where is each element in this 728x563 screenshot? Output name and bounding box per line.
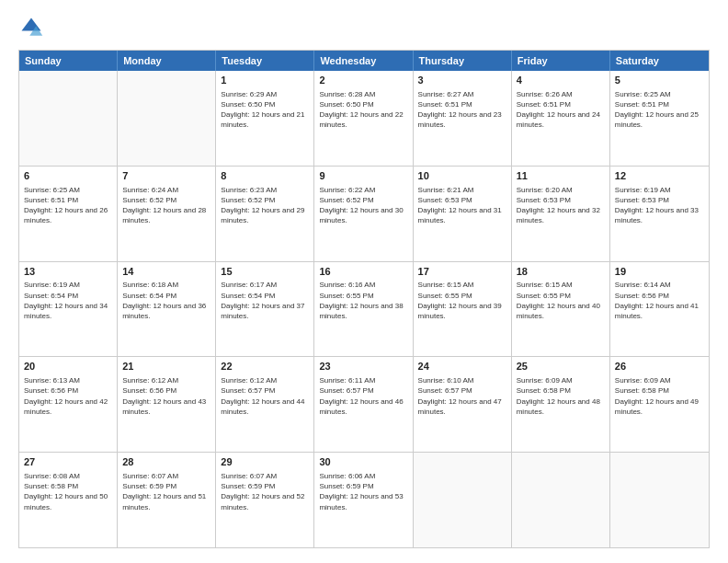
cell-info: Sunrise: 6:15 AM Sunset: 6:55 PM Dayligh… <box>517 280 605 321</box>
header-day-wednesday: Wednesday <box>314 51 413 71</box>
week-row-0: 1Sunrise: 6:29 AM Sunset: 6:50 PM Daylig… <box>19 71 709 166</box>
day-number: 20 <box>24 360 112 373</box>
day-number: 15 <box>221 265 309 279</box>
header-day-monday: Monday <box>118 51 216 71</box>
cell-info: Sunrise: 6:09 AM Sunset: 6:58 PM Dayligh… <box>517 375 605 417</box>
day-number: 14 <box>122 265 210 279</box>
day-number: 13 <box>24 265 112 279</box>
header-day-sunday: Sunday <box>19 51 118 71</box>
cal-cell: 24Sunrise: 6:10 AM Sunset: 6:57 PM Dayli… <box>414 357 512 452</box>
cal-cell <box>414 453 512 547</box>
cell-info: Sunrise: 6:18 AM Sunset: 6:54 PM Dayligh… <box>122 280 210 321</box>
day-number: 19 <box>615 265 704 279</box>
day-number: 12 <box>615 169 704 183</box>
cal-cell: 27Sunrise: 6:08 AM Sunset: 6:58 PM Dayli… <box>19 453 118 547</box>
cal-cell: 16Sunrise: 6:16 AM Sunset: 6:55 PM Dayli… <box>314 262 413 357</box>
cal-cell: 11Sunrise: 6:20 AM Sunset: 6:53 PM Dayli… <box>512 167 610 261</box>
cal-cell: 5Sunrise: 6:25 AM Sunset: 6:51 PM Daylig… <box>610 71 709 166</box>
day-number: 23 <box>319 360 407 373</box>
cal-cell: 26Sunrise: 6:09 AM Sunset: 6:58 PM Dayli… <box>610 357 709 452</box>
cal-cell: 1Sunrise: 6:29 AM Sunset: 6:50 PM Daylig… <box>216 71 314 166</box>
page: SundayMondayTuesdayWednesdayThursdayFrid… <box>0 0 728 563</box>
day-number: 26 <box>615 360 704 373</box>
day-number: 10 <box>418 169 506 183</box>
day-number: 27 <box>24 455 112 469</box>
cal-cell: 21Sunrise: 6:12 AM Sunset: 6:56 PM Dayli… <box>118 357 216 452</box>
cell-info: Sunrise: 6:25 AM Sunset: 6:51 PM Dayligh… <box>615 89 704 131</box>
week-row-2: 13Sunrise: 6:19 AM Sunset: 6:54 PM Dayli… <box>19 261 709 357</box>
calendar-body: 1Sunrise: 6:29 AM Sunset: 6:50 PM Daylig… <box>19 71 709 547</box>
cal-cell: 14Sunrise: 6:18 AM Sunset: 6:54 PM Dayli… <box>118 262 216 357</box>
cell-info: Sunrise: 6:19 AM Sunset: 6:53 PM Dayligh… <box>615 185 704 226</box>
day-number: 25 <box>517 360 605 373</box>
day-number: 2 <box>319 74 407 87</box>
cal-cell: 13Sunrise: 6:19 AM Sunset: 6:54 PM Dayli… <box>19 262 118 357</box>
day-number: 8 <box>221 169 309 183</box>
day-number: 22 <box>221 360 309 373</box>
cal-cell: 23Sunrise: 6:11 AM Sunset: 6:57 PM Dayli… <box>314 357 413 452</box>
cell-info: Sunrise: 6:23 AM Sunset: 6:52 PM Dayligh… <box>221 185 309 226</box>
day-number: 29 <box>221 455 309 469</box>
cal-cell <box>610 453 709 547</box>
day-number: 28 <box>122 455 210 469</box>
cal-cell <box>19 71 118 166</box>
cal-cell: 7Sunrise: 6:24 AM Sunset: 6:52 PM Daylig… <box>118 167 216 261</box>
cell-info: Sunrise: 6:15 AM Sunset: 6:55 PM Dayligh… <box>418 280 506 321</box>
day-number: 1 <box>221 74 309 87</box>
cell-info: Sunrise: 6:14 AM Sunset: 6:56 PM Dayligh… <box>615 280 704 321</box>
cell-info: Sunrise: 6:26 AM Sunset: 6:51 PM Dayligh… <box>517 89 605 131</box>
cell-info: Sunrise: 6:17 AM Sunset: 6:54 PM Dayligh… <box>221 280 309 321</box>
cell-info: Sunrise: 6:20 AM Sunset: 6:53 PM Dayligh… <box>517 185 605 226</box>
header-day-friday: Friday <box>512 51 610 71</box>
cal-cell: 18Sunrise: 6:15 AM Sunset: 6:55 PM Dayli… <box>512 262 610 357</box>
cell-info: Sunrise: 6:11 AM Sunset: 6:57 PM Dayligh… <box>319 375 407 417</box>
cell-info: Sunrise: 6:24 AM Sunset: 6:52 PM Dayligh… <box>122 185 210 226</box>
header-day-saturday: Saturday <box>610 51 709 71</box>
week-row-3: 20Sunrise: 6:13 AM Sunset: 6:56 PM Dayli… <box>19 356 709 452</box>
day-number: 7 <box>122 169 210 183</box>
cal-cell: 19Sunrise: 6:14 AM Sunset: 6:56 PM Dayli… <box>610 262 709 357</box>
cal-cell: 2Sunrise: 6:28 AM Sunset: 6:50 PM Daylig… <box>314 71 413 166</box>
day-number: 3 <box>418 74 506 87</box>
cal-cell: 30Sunrise: 6:06 AM Sunset: 6:59 PM Dayli… <box>314 453 413 547</box>
cal-cell: 29Sunrise: 6:07 AM Sunset: 6:59 PM Dayli… <box>216 453 314 547</box>
header-day-thursday: Thursday <box>414 51 512 71</box>
cal-cell: 8Sunrise: 6:23 AM Sunset: 6:52 PM Daylig… <box>216 167 314 261</box>
calendar: SundayMondayTuesdayWednesdayThursdayFrid… <box>18 50 710 548</box>
cell-info: Sunrise: 6:29 AM Sunset: 6:50 PM Dayligh… <box>221 89 309 131</box>
cell-info: Sunrise: 6:19 AM Sunset: 6:54 PM Dayligh… <box>24 280 112 321</box>
cal-cell: 28Sunrise: 6:07 AM Sunset: 6:59 PM Dayli… <box>118 453 216 547</box>
cal-cell: 17Sunrise: 6:15 AM Sunset: 6:55 PM Dayli… <box>414 262 512 357</box>
cal-cell <box>118 71 216 166</box>
cal-cell <box>512 453 610 547</box>
cell-info: Sunrise: 6:07 AM Sunset: 6:59 PM Dayligh… <box>122 471 210 512</box>
cell-info: Sunrise: 6:16 AM Sunset: 6:55 PM Dayligh… <box>319 280 407 321</box>
cell-info: Sunrise: 6:12 AM Sunset: 6:57 PM Dayligh… <box>221 375 309 417</box>
cal-cell: 15Sunrise: 6:17 AM Sunset: 6:54 PM Dayli… <box>216 262 314 357</box>
cell-info: Sunrise: 6:13 AM Sunset: 6:56 PM Dayligh… <box>24 375 112 417</box>
cal-cell: 10Sunrise: 6:21 AM Sunset: 6:53 PM Dayli… <box>414 167 512 261</box>
cal-cell: 9Sunrise: 6:22 AM Sunset: 6:52 PM Daylig… <box>314 167 413 261</box>
cell-info: Sunrise: 6:27 AM Sunset: 6:51 PM Dayligh… <box>418 89 506 131</box>
cell-info: Sunrise: 6:08 AM Sunset: 6:58 PM Dayligh… <box>24 471 112 512</box>
cal-cell: 20Sunrise: 6:13 AM Sunset: 6:56 PM Dayli… <box>19 357 118 452</box>
cell-info: Sunrise: 6:09 AM Sunset: 6:58 PM Dayligh… <box>615 375 704 417</box>
day-number: 5 <box>615 74 704 87</box>
logo-icon <box>18 15 44 40</box>
cell-info: Sunrise: 6:10 AM Sunset: 6:57 PM Dayligh… <box>418 375 506 417</box>
logo <box>18 15 48 40</box>
cell-info: Sunrise: 6:12 AM Sunset: 6:56 PM Dayligh… <box>122 375 210 417</box>
header-day-tuesday: Tuesday <box>216 51 314 71</box>
cal-cell: 25Sunrise: 6:09 AM Sunset: 6:58 PM Dayli… <box>512 357 610 452</box>
day-number: 24 <box>418 360 506 373</box>
day-number: 30 <box>319 455 407 469</box>
day-number: 18 <box>517 265 605 279</box>
cal-cell: 6Sunrise: 6:25 AM Sunset: 6:51 PM Daylig… <box>19 167 118 261</box>
cell-info: Sunrise: 6:21 AM Sunset: 6:53 PM Dayligh… <box>418 185 506 226</box>
day-number: 17 <box>418 265 506 279</box>
week-row-4: 27Sunrise: 6:08 AM Sunset: 6:58 PM Dayli… <box>19 452 709 547</box>
cell-info: Sunrise: 6:07 AM Sunset: 6:59 PM Dayligh… <box>221 471 309 512</box>
cal-cell: 12Sunrise: 6:19 AM Sunset: 6:53 PM Dayli… <box>610 167 709 261</box>
day-number: 11 <box>517 169 605 183</box>
day-number: 6 <box>24 169 112 183</box>
